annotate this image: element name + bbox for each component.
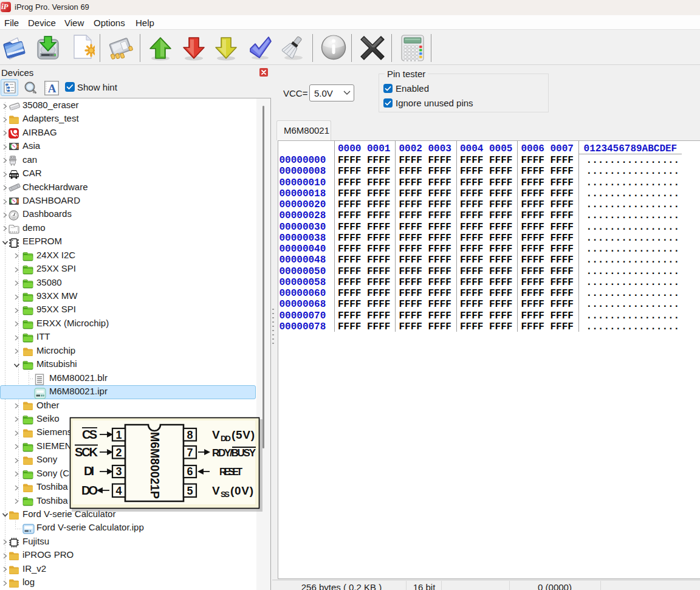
svg-text:CS: CS	[82, 428, 97, 441]
svg-text:V: V	[212, 428, 220, 441]
svg-text:6: 6	[187, 465, 193, 478]
svg-text:DI: DI	[84, 464, 94, 478]
svg-text:DO: DO	[81, 484, 98, 497]
svg-text:4: 4	[115, 485, 122, 497]
svg-text:8: 8	[187, 429, 193, 441]
svg-text:SS: SS	[221, 490, 230, 499]
svg-text:RESET: RESET	[219, 467, 242, 477]
svg-text:(5V): (5V)	[232, 428, 255, 441]
svg-text:3: 3	[115, 465, 122, 478]
svg-text:RDY/BUSY: RDY/BUSY	[212, 447, 256, 459]
svg-text:DD: DD	[221, 434, 231, 443]
svg-text:V: V	[212, 484, 220, 497]
svg-text:7: 7	[187, 447, 193, 459]
svg-text:M6M80021P: M6M80021P	[148, 432, 162, 499]
svg-text:1: 1	[115, 429, 122, 441]
svg-text:2: 2	[115, 447, 122, 459]
svg-text:SCK: SCK	[75, 445, 98, 459]
svg-text:(0V): (0V)	[230, 484, 253, 497]
svg-text:5: 5	[187, 485, 193, 497]
svg-text:A: A	[48, 82, 57, 95]
